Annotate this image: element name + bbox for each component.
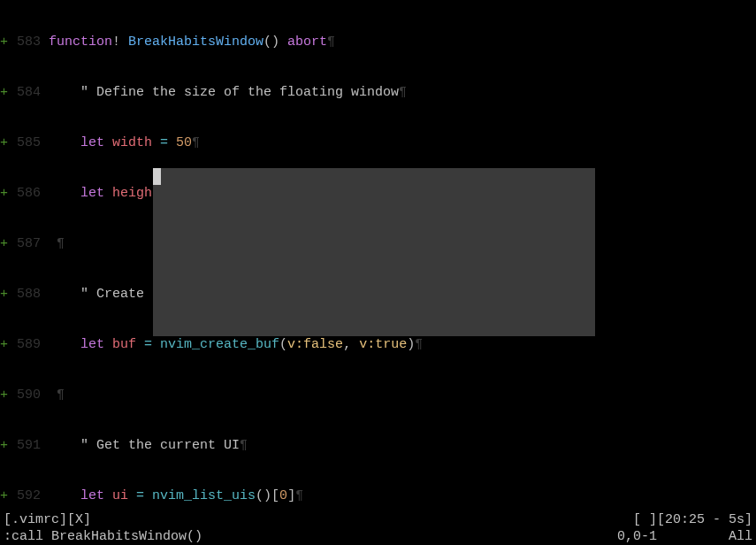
code-line: +589 let buf = nvim_create_buf(v:false, … <box>0 336 756 353</box>
code-line: +583function! BreakHabitsWindow() abort¶ <box>0 34 756 50</box>
cursor <box>153 168 161 185</box>
eol-marker: ¶ <box>327 34 335 50</box>
function-name: BreakHabitsWindow <box>120 34 263 50</box>
status-filename: [.vimrc][X] <box>4 511 91 528</box>
status-line: [.vimrc][X] [ ][20:25 - 5s] <box>0 511 756 528</box>
code-line: +592 let ui = nvim_list_uis()[0]¶ <box>0 487 756 504</box>
function-call: nvim_create_buf <box>160 336 279 353</box>
code-line: +584 " Define the size of the floating w… <box>0 84 756 101</box>
code-line: +591 " Get the current UI¶ <box>0 437 756 454</box>
code-line: +585 let width = 50¶ <box>0 134 756 151</box>
command-line[interactable]: :call BreakHabitsWindow() 0,0-1 All <box>0 528 756 545</box>
line-number: 583 <box>9 34 41 50</box>
variable: width <box>104 134 152 151</box>
keyword-function: function <box>49 34 112 50</box>
code-line: +590 ¶ <box>0 387 756 403</box>
ruler: 0,0-1 All <box>617 528 752 545</box>
comment: " Define the size of the floating window <box>49 84 399 101</box>
keyword-let: let <box>80 134 104 151</box>
command-text: :call BreakHabitsWindow() <box>4 528 202 545</box>
status-clock: [ ][20:25 - 5s] <box>633 511 752 528</box>
diff-sign: + <box>0 34 9 50</box>
number: 50 <box>176 134 192 151</box>
floating-window[interactable] <box>153 168 595 336</box>
